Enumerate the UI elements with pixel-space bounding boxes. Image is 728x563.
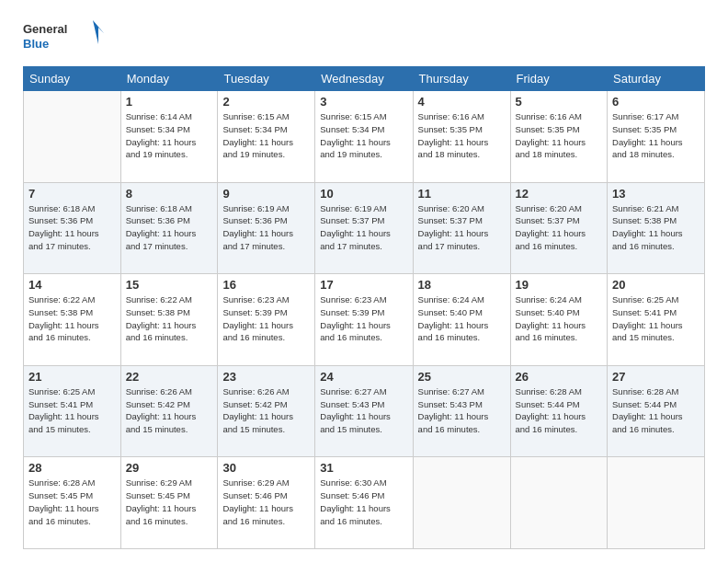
calendar-cell: 18Sunrise: 6:24 AMSunset: 5:40 PMDayligh…: [413, 274, 510, 366]
day-number: 20: [612, 278, 700, 292]
day-number: 21: [28, 370, 116, 384]
calendar-cell: 8Sunrise: 6:18 AMSunset: 5:36 PMDaylight…: [120, 182, 218, 274]
header: General Blue: [23, 18, 705, 55]
day-number: 30: [222, 461, 310, 475]
day-info: Sunrise: 6:23 AMSunset: 5:39 PMDaylight:…: [320, 293, 407, 344]
calendar-cell: 31Sunrise: 6:30 AMSunset: 5:46 PMDayligh…: [315, 457, 413, 549]
day-number: 18: [418, 278, 506, 292]
svg-marker-2: [93, 20, 104, 44]
weekday-saturday: Saturday: [608, 67, 705, 91]
day-info: Sunrise: 6:29 AMSunset: 5:46 PMDaylight:…: [222, 477, 310, 527]
page: General Blue SundayMondayTuesdayWednesda…: [0, 0, 728, 563]
calendar-cell: 3Sunrise: 6:15 AMSunset: 5:34 PMDaylight…: [315, 91, 413, 183]
logo: General Blue: [23, 18, 106, 55]
day-info: Sunrise: 6:18 AMSunset: 5:36 PMDaylight:…: [126, 202, 213, 253]
day-info: Sunrise: 6:15 AMSunset: 5:34 PMDaylight:…: [222, 110, 310, 161]
day-number: 12: [516, 187, 602, 201]
day-number: 9: [222, 187, 310, 201]
calendar-cell: [24, 91, 121, 183]
weekday-tuesday: Tuesday: [218, 67, 315, 91]
day-number: 24: [320, 370, 407, 384]
day-info: Sunrise: 6:27 AMSunset: 5:43 PMDaylight:…: [418, 385, 506, 436]
calendar-cell: 22Sunrise: 6:26 AMSunset: 5:42 PMDayligh…: [120, 365, 218, 457]
day-number: 3: [320, 95, 407, 109]
day-number: 14: [28, 278, 116, 292]
day-info: Sunrise: 6:28 AMSunset: 5:44 PMDaylight:…: [516, 385, 602, 436]
day-info: Sunrise: 6:21 AMSunset: 5:38 PMDaylight:…: [612, 202, 700, 253]
day-info: Sunrise: 6:17 AMSunset: 5:35 PMDaylight:…: [612, 110, 700, 161]
day-number: 28: [28, 461, 116, 475]
day-number: 10: [320, 187, 407, 201]
weekday-sunday: Sunday: [24, 67, 121, 91]
day-number: 15: [126, 278, 213, 292]
calendar-cell: 21Sunrise: 6:25 AMSunset: 5:41 PMDayligh…: [24, 365, 121, 457]
calendar-cell: 23Sunrise: 6:26 AMSunset: 5:42 PMDayligh…: [218, 365, 315, 457]
day-info: Sunrise: 6:22 AMSunset: 5:38 PMDaylight:…: [28, 293, 116, 344]
day-info: Sunrise: 6:20 AMSunset: 5:37 PMDaylight:…: [516, 202, 602, 253]
calendar-cell: [413, 457, 510, 549]
week-row-1: 1Sunrise: 6:14 AMSunset: 5:34 PMDaylight…: [24, 91, 705, 183]
day-info: Sunrise: 6:29 AMSunset: 5:45 PMDaylight:…: [126, 477, 213, 527]
day-number: 2: [222, 95, 310, 109]
day-number: 27: [612, 370, 700, 384]
day-info: Sunrise: 6:18 AMSunset: 5:36 PMDaylight:…: [28, 202, 116, 253]
calendar-cell: 19Sunrise: 6:24 AMSunset: 5:40 PMDayligh…: [510, 274, 607, 366]
calendar-cell: 10Sunrise: 6:19 AMSunset: 5:37 PMDayligh…: [315, 182, 413, 274]
day-info: Sunrise: 6:26 AMSunset: 5:42 PMDaylight:…: [126, 385, 213, 436]
calendar-cell: 11Sunrise: 6:20 AMSunset: 5:37 PMDayligh…: [413, 182, 510, 274]
calendar-cell: 7Sunrise: 6:18 AMSunset: 5:36 PMDaylight…: [24, 182, 121, 274]
day-info: Sunrise: 6:28 AMSunset: 5:44 PMDaylight:…: [612, 385, 700, 436]
logo-svg: General Blue: [23, 18, 106, 55]
calendar-cell: 17Sunrise: 6:23 AMSunset: 5:39 PMDayligh…: [315, 274, 413, 366]
calendar-cell: [608, 457, 705, 549]
day-info: Sunrise: 6:19 AMSunset: 5:37 PMDaylight:…: [320, 202, 407, 253]
day-info: Sunrise: 6:25 AMSunset: 5:41 PMDaylight:…: [612, 293, 700, 344]
calendar-cell: 27Sunrise: 6:28 AMSunset: 5:44 PMDayligh…: [608, 365, 705, 457]
calendar-cell: 15Sunrise: 6:22 AMSunset: 5:38 PMDayligh…: [120, 274, 218, 366]
weekday-friday: Friday: [510, 67, 607, 91]
day-number: 17: [320, 278, 407, 292]
calendar-cell: 13Sunrise: 6:21 AMSunset: 5:38 PMDayligh…: [608, 182, 705, 274]
day-info: Sunrise: 6:27 AMSunset: 5:43 PMDaylight:…: [320, 385, 407, 436]
calendar-cell: 26Sunrise: 6:28 AMSunset: 5:44 PMDayligh…: [510, 365, 607, 457]
calendar-cell: 28Sunrise: 6:28 AMSunset: 5:45 PMDayligh…: [24, 457, 121, 549]
day-number: 19: [516, 278, 602, 292]
day-info: Sunrise: 6:22 AMSunset: 5:38 PMDaylight:…: [126, 293, 213, 344]
calendar-cell: 24Sunrise: 6:27 AMSunset: 5:43 PMDayligh…: [315, 365, 413, 457]
calendar-cell: 5Sunrise: 6:16 AMSunset: 5:35 PMDaylight…: [510, 91, 607, 183]
calendar-cell: 12Sunrise: 6:20 AMSunset: 5:37 PMDayligh…: [510, 182, 607, 274]
calendar-cell: 2Sunrise: 6:15 AMSunset: 5:34 PMDaylight…: [218, 91, 315, 183]
day-number: 13: [612, 187, 700, 201]
day-number: 22: [126, 370, 213, 384]
day-number: 29: [126, 461, 213, 475]
calendar-cell: 30Sunrise: 6:29 AMSunset: 5:46 PMDayligh…: [218, 457, 315, 549]
weekday-thursday: Thursday: [413, 67, 510, 91]
calendar-cell: 25Sunrise: 6:27 AMSunset: 5:43 PMDayligh…: [413, 365, 510, 457]
day-info: Sunrise: 6:23 AMSunset: 5:39 PMDaylight:…: [222, 293, 310, 344]
calendar-cell: 29Sunrise: 6:29 AMSunset: 5:45 PMDayligh…: [120, 457, 218, 549]
day-info: Sunrise: 6:30 AMSunset: 5:46 PMDaylight:…: [320, 477, 407, 527]
day-number: 1: [126, 95, 213, 109]
weekday-wednesday: Wednesday: [315, 67, 413, 91]
day-info: Sunrise: 6:16 AMSunset: 5:35 PMDaylight:…: [418, 110, 506, 161]
day-number: 16: [222, 278, 310, 292]
day-info: Sunrise: 6:15 AMSunset: 5:34 PMDaylight:…: [320, 110, 407, 161]
day-info: Sunrise: 6:20 AMSunset: 5:37 PMDaylight:…: [418, 202, 506, 253]
day-info: Sunrise: 6:26 AMSunset: 5:42 PMDaylight:…: [222, 385, 310, 436]
calendar-cell: 20Sunrise: 6:25 AMSunset: 5:41 PMDayligh…: [608, 274, 705, 366]
day-info: Sunrise: 6:24 AMSunset: 5:40 PMDaylight:…: [418, 293, 506, 344]
week-row-5: 28Sunrise: 6:28 AMSunset: 5:45 PMDayligh…: [24, 457, 705, 549]
day-info: Sunrise: 6:24 AMSunset: 5:40 PMDaylight:…: [516, 293, 602, 344]
day-number: 25: [418, 370, 506, 384]
calendar-cell: 6Sunrise: 6:17 AMSunset: 5:35 PMDaylight…: [608, 91, 705, 183]
calendar-cell: 16Sunrise: 6:23 AMSunset: 5:39 PMDayligh…: [218, 274, 315, 366]
day-info: Sunrise: 6:25 AMSunset: 5:41 PMDaylight:…: [28, 385, 116, 436]
weekday-header-row: SundayMondayTuesdayWednesdayThursdayFrid…: [24, 67, 705, 91]
day-number: 11: [418, 187, 506, 201]
day-number: 5: [516, 95, 602, 109]
day-number: 8: [126, 187, 213, 201]
calendar-cell: 14Sunrise: 6:22 AMSunset: 5:38 PMDayligh…: [24, 274, 121, 366]
calendar-cell: 9Sunrise: 6:19 AMSunset: 5:36 PMDaylight…: [218, 182, 315, 274]
day-info: Sunrise: 6:28 AMSunset: 5:45 PMDaylight:…: [28, 477, 116, 527]
calendar-cell: 1Sunrise: 6:14 AMSunset: 5:34 PMDaylight…: [120, 91, 218, 183]
